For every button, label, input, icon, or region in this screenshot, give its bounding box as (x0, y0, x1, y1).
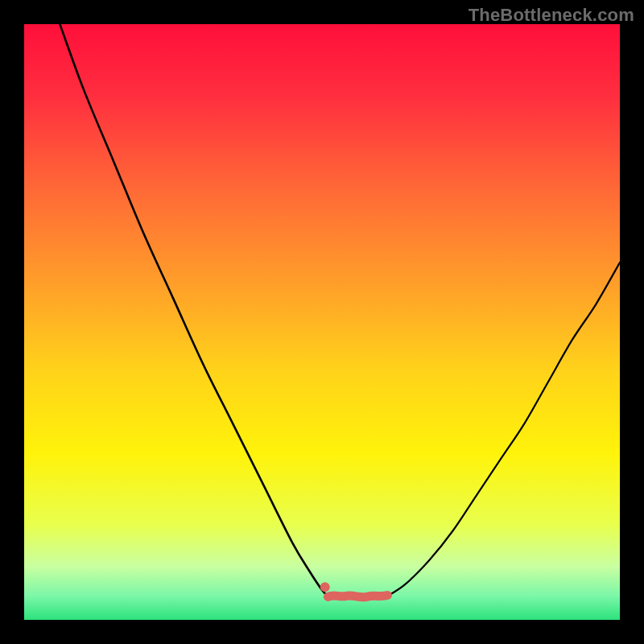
left-branch-curve (60, 24, 328, 596)
watermark-text: TheBottleneck.com (469, 5, 634, 26)
right-branch-curve (387, 262, 620, 596)
chart-frame: TheBottleneck.com (0, 0, 644, 644)
curve-layer (24, 24, 620, 620)
valley-marker-dot (320, 582, 330, 592)
plot-area (24, 24, 620, 620)
flat-valley-segment (328, 595, 387, 597)
